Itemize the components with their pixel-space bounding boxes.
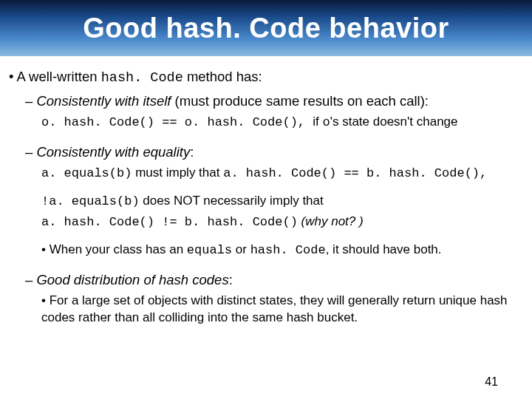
detail-consistent-self: o. hash. Code() == o. hash. Code(), if o…: [41, 114, 523, 132]
detail-should-have-both: When your class has an equals or hash. C…: [41, 242, 523, 259]
bullet-intro: A well-written hash. Code method has:: [9, 68, 523, 88]
text-italic: (why not? ): [298, 214, 364, 228]
slide-content: A well-written hash. Code method has: Co…: [0, 56, 532, 326]
code: a. hash. Code() != b. hash. Code(): [41, 215, 298, 229]
code: hash. Code: [101, 70, 183, 86]
text-italic: Consistently with itself: [36, 93, 171, 109]
code: equals: [187, 243, 232, 257]
text-italic: Consistently with equality: [36, 144, 190, 160]
detail-not-equals-1: !a. equals(b) does NOT necessarily imply…: [41, 193, 523, 211]
code: a. hash. Code() == b. hash. Code(),: [223, 166, 487, 180]
code: hash. Code: [250, 243, 326, 257]
text: or: [232, 242, 250, 256]
bullet-good-distribution: Good distribution of hash codes:: [25, 271, 523, 290]
code: !a. equals(b): [41, 194, 140, 208]
text: 's state doesn't change: [330, 115, 458, 129]
text: :: [229, 272, 233, 287]
bullet-consistent-equality: Consistently with equality:: [25, 143, 523, 162]
slide-number: 41: [485, 375, 498, 389]
text: When your class has an: [50, 242, 187, 256]
code: o. hash. Code() == o. hash. Code(),: [41, 115, 313, 129]
code: a. equals(b): [41, 166, 132, 180]
detail-not-equals-2: a. hash. Code() != b. hash. Code() (why …: [41, 214, 523, 231]
bullet-consistent-self: Consistently with itself (must produce s…: [25, 92, 523, 111]
title-bar: Good hash. Code behavior: [0, 0, 532, 56]
detail-good-distribution: For a large set of objects with distinct…: [41, 293, 523, 327]
text: (must produce same results on each call)…: [171, 93, 429, 109]
text: does NOT necessarily imply that: [140, 194, 324, 208]
text: A well-written: [17, 69, 101, 84]
text: if: [313, 115, 322, 129]
text: :: [190, 144, 194, 160]
text: For a large set of objects with distinct…: [41, 293, 508, 324]
text-italic: Good distribution of hash codes: [36, 272, 228, 287]
text: method has:: [183, 69, 262, 84]
text: , it should have both.: [326, 242, 442, 256]
code: o: [323, 115, 330, 129]
detail-equals-implies: a. equals(b) must imply that a. hash. Co…: [41, 165, 523, 183]
slide-title: Good hash. Code behavior: [83, 13, 449, 44]
text: must imply that: [132, 166, 223, 180]
